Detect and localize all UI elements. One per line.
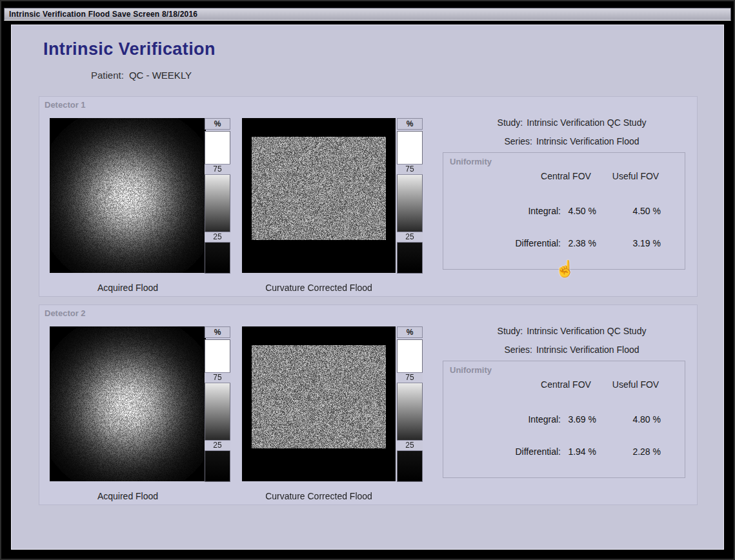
series-value: Intrinsic Verification Flood bbox=[536, 345, 639, 355]
window-title: Intrinsic Verification Flood Save Screen… bbox=[9, 10, 197, 19]
colorbar-lower-tick: 25 bbox=[397, 232, 423, 243]
differential-row: Differential: 1.94 % 2.28 % bbox=[443, 446, 685, 457]
detector-2-panel: Detector 2 % 75 25 % 75 25 Acquired Floo… bbox=[39, 305, 698, 505]
corrected-flood-caption: Curvature Corrected Flood bbox=[233, 491, 405, 501]
series-line: Series:Intrinsic Verification Flood bbox=[439, 136, 704, 146]
integral-central-value: 4.50 % bbox=[561, 206, 596, 216]
uniformity-title: Uniformity bbox=[450, 157, 492, 166]
differential-label: Differential: bbox=[469, 238, 561, 248]
detector-1-corrected-flood-image bbox=[242, 118, 396, 273]
patient-value: QC - WEEKLY bbox=[129, 70, 192, 81]
acquired-flood-caption: Acquired Flood bbox=[50, 283, 206, 293]
differential-useful-value: 2.28 % bbox=[596, 446, 661, 457]
colorbar-gradient: 75 25 bbox=[205, 339, 230, 482]
colorbar-gradient: 75 25 bbox=[205, 131, 230, 274]
study-value: Intrinsic Verification QC Study bbox=[527, 117, 646, 128]
page-title: Intrinsic Verification bbox=[43, 39, 216, 59]
differential-central-value: 2.38 % bbox=[561, 238, 596, 248]
differential-useful-value: 3.19 % bbox=[596, 238, 661, 248]
detector-1-acquired-flood-image bbox=[50, 118, 206, 273]
colorbar-percent-label: % bbox=[205, 326, 230, 338]
integral-useful-value: 4.80 % bbox=[596, 414, 661, 425]
series-line: Series:Intrinsic Verification Flood bbox=[439, 345, 704, 355]
colorbar-lower-tick: 25 bbox=[205, 232, 230, 243]
uniformity-title: Uniformity bbox=[450, 365, 492, 375]
study-label: Study: bbox=[498, 326, 523, 336]
colorbar-percent-label: % bbox=[397, 118, 423, 130]
colorbar-percent-label: % bbox=[205, 118, 230, 130]
integral-label: Integral: bbox=[469, 206, 561, 216]
series-label: Series: bbox=[504, 136, 532, 146]
acquired-flood-caption: Acquired Flood bbox=[50, 491, 206, 501]
differential-central-value: 1.94 % bbox=[561, 446, 596, 457]
integral-useful-value: 4.50 % bbox=[596, 206, 661, 216]
detector-1-name: Detector 1 bbox=[45, 100, 86, 110]
detector-2-acquired-flood-image bbox=[50, 326, 206, 481]
main-panel: Intrinsic Verification Patient:QC - WEEK… bbox=[11, 25, 724, 550]
patient-label: Patient: bbox=[91, 70, 124, 81]
integral-label: Integral: bbox=[469, 414, 561, 425]
study-value: Intrinsic Verification QC Study bbox=[527, 326, 646, 336]
useful-fov-header: Useful FOV bbox=[598, 171, 673, 181]
series-label: Series: bbox=[504, 345, 532, 355]
colorbar-lower-tick: 25 bbox=[205, 440, 230, 451]
integral-central-value: 3.69 % bbox=[561, 414, 596, 425]
detector-2-name: Detector 2 bbox=[45, 308, 86, 318]
useful-fov-header: Useful FOV bbox=[598, 379, 673, 390]
patient-line: Patient:QC - WEEKLY bbox=[91, 70, 192, 81]
hand-cursor-icon: ☝ bbox=[555, 259, 575, 278]
central-fov-header: Central FOV bbox=[527, 171, 605, 181]
colorbar-upper-tick: 75 bbox=[205, 164, 230, 175]
detector-2-corrected-colorbar: % 75 25 bbox=[397, 326, 423, 482]
colorbar-upper-tick: 75 bbox=[397, 372, 423, 383]
central-fov-header: Central FOV bbox=[527, 379, 605, 390]
differential-row: Differential: 2.38 % 3.19 % bbox=[443, 238, 685, 248]
detector-1-corrected-colorbar: % 75 25 bbox=[397, 118, 423, 274]
study-line: Study:Intrinsic Verification QC Study bbox=[439, 117, 704, 128]
detector-1-acquired-colorbar: % 75 25 bbox=[205, 118, 230, 274]
colorbar-gradient: 75 25 bbox=[397, 339, 423, 482]
integral-row: Integral: 3.69 % 4.80 % bbox=[443, 414, 685, 425]
corrected-flood-caption: Curvature Corrected Flood bbox=[233, 283, 405, 293]
detector-1-panel: Detector 1 % 75 25 % 75 25 Acquired Floo… bbox=[39, 96, 698, 297]
study-label: Study: bbox=[498, 117, 523, 128]
colorbar-upper-tick: 75 bbox=[205, 372, 230, 383]
detector-2-uniformity-box: Uniformity Central FOV Useful FOV Integr… bbox=[443, 361, 685, 478]
colorbar-gradient: 75 25 bbox=[397, 131, 423, 274]
detector-2-acquired-colorbar: % 75 25 bbox=[205, 326, 230, 482]
window-title-bar[interactable]: Intrinsic Verification Flood Save Screen… bbox=[4, 8, 731, 21]
colorbar-percent-label: % bbox=[397, 326, 423, 338]
colorbar-upper-tick: 75 bbox=[397, 164, 423, 175]
detector-2-corrected-flood-image bbox=[242, 326, 396, 481]
integral-row: Integral: 4.50 % 4.50 % bbox=[443, 206, 685, 216]
series-value: Intrinsic Verification Flood bbox=[536, 136, 639, 146]
study-line: Study:Intrinsic Verification QC Study bbox=[439, 326, 704, 336]
colorbar-lower-tick: 25 bbox=[397, 440, 423, 451]
differential-label: Differential: bbox=[469, 446, 561, 457]
detector-1-uniformity-box: Uniformity Central FOV Useful FOV Integr… bbox=[443, 152, 685, 270]
